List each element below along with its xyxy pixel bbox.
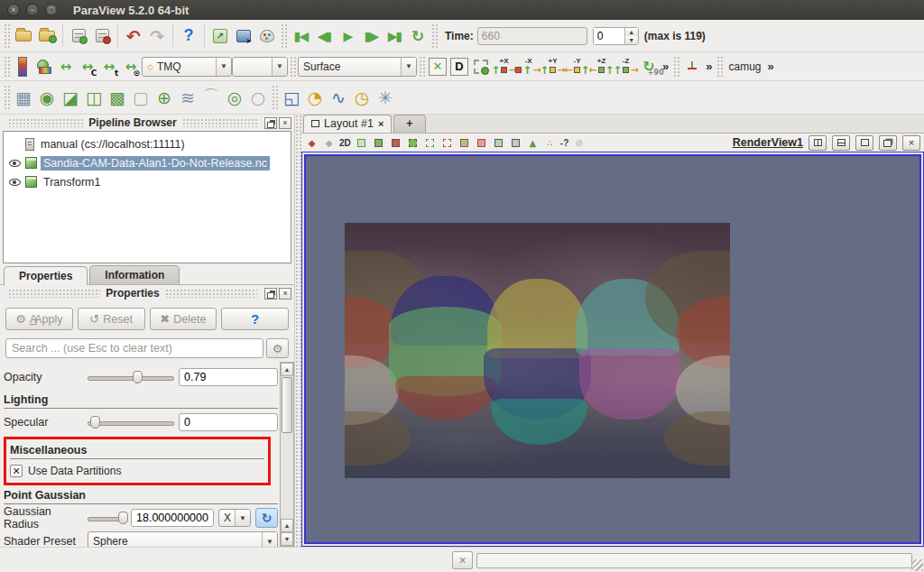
delete-button[interactable]: ✖Delete xyxy=(150,308,217,330)
render-view-name[interactable]: RenderView1 xyxy=(733,136,803,149)
load-state-button[interactable] xyxy=(35,24,59,48)
opacity-field[interactable] xyxy=(179,368,278,386)
toolbar-handle[interactable] xyxy=(716,56,723,77)
reload-button[interactable]: ↻ xyxy=(255,508,278,528)
disconnect-server-button[interactable] xyxy=(90,24,114,48)
tab-properties[interactable]: Properties xyxy=(4,266,88,285)
grow-selection-icon[interactable]: ▲ xyxy=(526,136,540,150)
toolbar-handle[interactable] xyxy=(431,23,438,48)
specular-field[interactable] xyxy=(179,413,278,431)
toolbar-handle[interactable] xyxy=(4,23,10,48)
spinner-down-icon[interactable]: ▼ xyxy=(625,36,638,44)
hover-cells-icon[interactable] xyxy=(492,136,505,150)
properties-scrollbar[interactable]: ▲ ▲ ▼ xyxy=(280,362,294,547)
chevron-down-icon[interactable]: ▼ xyxy=(401,58,416,76)
rescale-data-range-button[interactable]: ↔ xyxy=(55,56,77,78)
center-axes-button[interactable] xyxy=(681,56,703,78)
opacity-slider[interactable] xyxy=(88,370,174,384)
calculator-button[interactable]: ▦ xyxy=(12,86,35,109)
adjust-camera-icon[interactable]: ◆ xyxy=(305,136,319,150)
scroll-down-icon[interactable]: ▼ xyxy=(281,532,293,546)
ungroup-button[interactable]: ○ xyxy=(246,86,270,109)
search-options-button[interactable]: ⚙ xyxy=(266,338,289,358)
reset-button[interactable]: ↺Reset xyxy=(78,308,145,330)
time-value-field[interactable] xyxy=(477,27,587,45)
plot-over-line-button[interactable]: ∿ xyxy=(327,86,350,109)
split-horizontal-button[interactable] xyxy=(808,135,827,151)
scroll-up-icon[interactable]: ▲ xyxy=(281,363,293,376)
connect-server-button[interactable] xyxy=(67,24,90,48)
color-array-combo[interactable]: ◇ TMQ ▼ xyxy=(142,57,232,77)
use-data-partitions-checkbox[interactable]: ✕ xyxy=(10,465,23,477)
hover-points-icon[interactable] xyxy=(509,136,522,150)
select-points-on-icon[interactable] xyxy=(389,136,402,150)
glyph-button[interactable]: ⊕ xyxy=(152,86,176,109)
view-plus-x-button[interactable]: +X↑→ xyxy=(492,55,516,78)
color-palette-button[interactable] xyxy=(255,24,279,48)
toolbar-handle[interactable] xyxy=(673,56,679,77)
window-restore-icon[interactable]: □ xyxy=(45,4,58,16)
play-button[interactable]: ▶ xyxy=(336,24,359,48)
interactive-select-cells-icon[interactable] xyxy=(457,136,471,150)
axis-select-combo[interactable]: X▼ xyxy=(218,509,251,527)
apply-button[interactable]: ⚙AApply xyxy=(5,308,73,330)
add-layout-tab[interactable]: + xyxy=(393,115,425,133)
zoom-to-box-button[interactable] xyxy=(470,56,492,78)
gaussian-radius-slider[interactable] xyxy=(88,511,126,525)
properties-help-button[interactable]: ? xyxy=(221,308,289,330)
edit-color-map-button[interactable] xyxy=(33,56,55,78)
frame-spinner[interactable]: ▲▼ xyxy=(593,27,639,45)
frame-value-field[interactable] xyxy=(594,28,624,44)
view-plus-y-button[interactable]: +Y↑→ xyxy=(541,55,565,78)
loop-button[interactable]: ↻ xyxy=(406,24,430,48)
help-button[interactable]: ? xyxy=(177,24,200,48)
shrink-selection-icon[interactable]: ∴ xyxy=(543,136,557,150)
redo-button[interactable]: ↷ xyxy=(145,24,169,48)
undo-button[interactable]: ↶ xyxy=(122,24,145,48)
toolbar-overflow-button[interactable]: » xyxy=(703,60,715,73)
pipeline-item-label[interactable]: Sandia-CAM-Data-Alan1-Do-Not-Release.nc xyxy=(41,156,270,171)
view-minus-y-button[interactable]: -Y←↑ xyxy=(565,55,589,78)
gaussian-radius-field[interactable] xyxy=(131,509,214,527)
probe-location-button[interactable]: ✳ xyxy=(374,86,397,109)
render-viewport[interactable] xyxy=(304,154,921,544)
rescale-temporal-range-button[interactable]: ↔t xyxy=(98,56,120,78)
contour-button[interactable]: ◉ xyxy=(35,86,59,109)
toolbar-handle[interactable] xyxy=(281,23,287,48)
representation-combo[interactable]: Surface ▼ xyxy=(298,57,417,77)
resize-grip[interactable] xyxy=(911,559,923,571)
toolbar-handle[interactable] xyxy=(419,56,425,77)
plot-over-time-button[interactable]: ◔ xyxy=(303,86,327,109)
rotate-90-button[interactable]: ↻+90 xyxy=(638,56,660,78)
next-frame-button[interactable]: ▮▶ xyxy=(359,24,383,48)
close-tab-icon[interactable]: × xyxy=(378,118,383,129)
chevron-down-icon[interactable]: ▼ xyxy=(272,58,287,76)
extract-subset-button[interactable]: ▢ xyxy=(129,86,152,109)
dock-float-icon[interactable] xyxy=(264,288,277,300)
dock-close-icon[interactable]: × xyxy=(279,117,291,129)
toolbar-handle[interactable] xyxy=(290,56,296,77)
toolbar-handle[interactable] xyxy=(272,85,278,110)
float-view-button[interactable] xyxy=(879,135,897,151)
select-cells-on-icon[interactable] xyxy=(372,136,385,150)
pipeline-server-row[interactable]: manual (cs://localhost:11111) xyxy=(4,134,291,153)
toolbar-handle[interactable] xyxy=(4,85,10,110)
select-cells-through-icon[interactable] xyxy=(406,136,420,150)
dock-float-icon[interactable] xyxy=(264,117,277,129)
scrollbar-thumb[interactable] xyxy=(282,377,292,433)
spinner-up-icon[interactable]: ▲ xyxy=(625,28,638,36)
pipeline-item-label[interactable]: Transform1 xyxy=(41,175,103,189)
toggle-2d-button[interactable]: 2D xyxy=(339,136,351,150)
extract-selection-button[interactable]: ◱ xyxy=(280,86,303,109)
zoom-closest-button[interactable]: D xyxy=(448,56,470,78)
dock-close-icon[interactable]: × xyxy=(279,288,291,300)
tab-layout-1[interactable]: Layout #1 × xyxy=(303,115,392,133)
slice-button[interactable]: ◫ xyxy=(82,86,106,109)
visibility-eye-icon[interactable] xyxy=(9,160,21,167)
close-view-button[interactable]: × xyxy=(902,135,920,151)
threshold-button[interactable]: ▩ xyxy=(106,86,129,109)
clip-button[interactable]: ◪ xyxy=(59,86,82,109)
clear-selection-icon[interactable]: ⊘ xyxy=(572,136,586,150)
warp-button[interactable]: ⌒ xyxy=(199,86,223,109)
shader-preset-combo[interactable]: Sphere▼ xyxy=(88,531,278,547)
